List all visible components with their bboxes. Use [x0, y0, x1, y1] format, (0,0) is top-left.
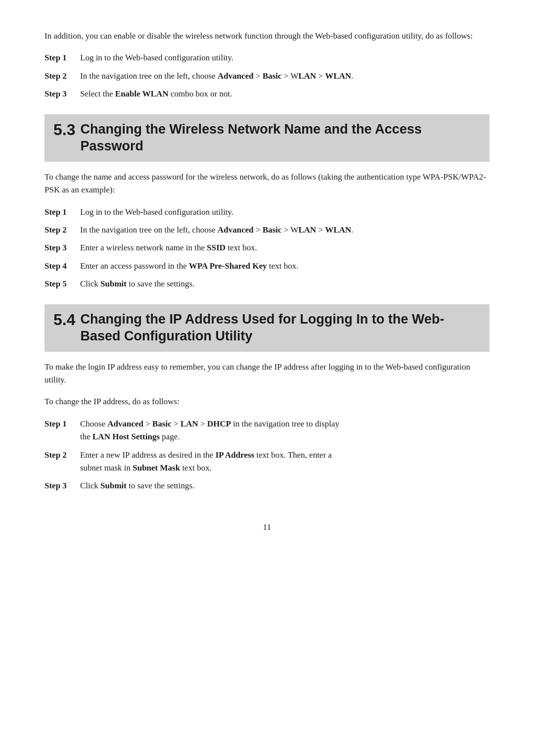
section-54-steps: Step 1 Choose Advanced > Basic > LAN > D…	[44, 418, 490, 493]
section-54-title: Changing the IP Address Used for Logging…	[80, 311, 481, 345]
step-content: Enter an access password in the WPA Pre-…	[80, 260, 490, 273]
step-content: Enter a new IP address as desired in the…	[80, 449, 490, 475]
step-content: Click Submit to save the settings.	[80, 278, 490, 290]
section-53-step-5: Step 5 Click Submit to save the settings…	[44, 278, 490, 290]
intro-step-1: Step 1 Log in to the Web-based configura…	[44, 51, 490, 64]
step-label: Step 1	[44, 51, 80, 64]
section-54-intro1: To make the login IP address easy to rem…	[44, 361, 490, 387]
step-label: Step 2	[44, 224, 80, 236]
step-content: In the navigation tree on the left, choo…	[80, 70, 490, 83]
step-content: Enter a wireless network name in the SSI…	[80, 241, 490, 254]
intro-paragraph: In addition, you can enable or disable t…	[44, 30, 490, 43]
section-54-number: 5.4	[53, 311, 75, 329]
step-label: Step 1	[44, 206, 80, 219]
section-53-number: 5.3	[53, 121, 75, 139]
section-54-step-3: Step 3 Click Submit to save the settings…	[44, 479, 490, 492]
section-53-intro: To change the name and access password f…	[44, 171, 490, 197]
step-content: Click Submit to save the settings.	[80, 479, 490, 492]
section-54-intro2: To change the IP address, do as follows:	[44, 395, 490, 408]
page-number: 11	[44, 522, 490, 532]
intro-steps: Step 1 Log in to the Web-based configura…	[44, 51, 490, 100]
step-label: Step 2	[44, 449, 80, 475]
step-content: Select the Enable WLAN combo box or not.	[80, 88, 490, 100]
intro-step-2: Step 2 In the navigation tree on the lef…	[44, 70, 490, 83]
section-53-title: Changing the Wireless Network Name and t…	[80, 121, 481, 155]
section-53-heading: 5.3 Changing the Wireless Network Name a…	[44, 114, 490, 162]
step-label: Step 3	[44, 479, 80, 492]
section-53-step-1: Step 1 Log in to the Web-based configura…	[44, 206, 490, 219]
section-53-steps: Step 1 Log in to the Web-based configura…	[44, 206, 490, 291]
step-label: Step 1	[44, 418, 80, 444]
step-content: Choose Advanced > Basic > LAN > DHCP in …	[80, 418, 490, 444]
step-label: Step 3	[44, 88, 80, 100]
step-label: Step 4	[44, 260, 80, 273]
step-content: Log in to the Web-based configuration ut…	[80, 51, 490, 64]
intro-step-3: Step 3 Select the Enable WLAN combo box …	[44, 88, 490, 100]
section-54-step-1: Step 1 Choose Advanced > Basic > LAN > D…	[44, 418, 490, 444]
step-label: Step 3	[44, 241, 80, 254]
section-54-heading: 5.4 Changing the IP Address Used for Log…	[44, 304, 490, 352]
section-53-step-4: Step 4 Enter an access password in the W…	[44, 260, 490, 273]
step-label: Step 5	[44, 278, 80, 290]
section-53-step-2: Step 2 In the navigation tree on the lef…	[44, 224, 490, 236]
step-content: Log in to the Web-based configuration ut…	[80, 206, 490, 219]
section-53-step-3: Step 3 Enter a wireless network name in …	[44, 241, 490, 254]
section-54-step-2: Step 2 Enter a new IP address as desired…	[44, 449, 490, 475]
step-label: Step 2	[44, 70, 80, 83]
step-content: In the navigation tree on the left, choo…	[80, 224, 490, 236]
